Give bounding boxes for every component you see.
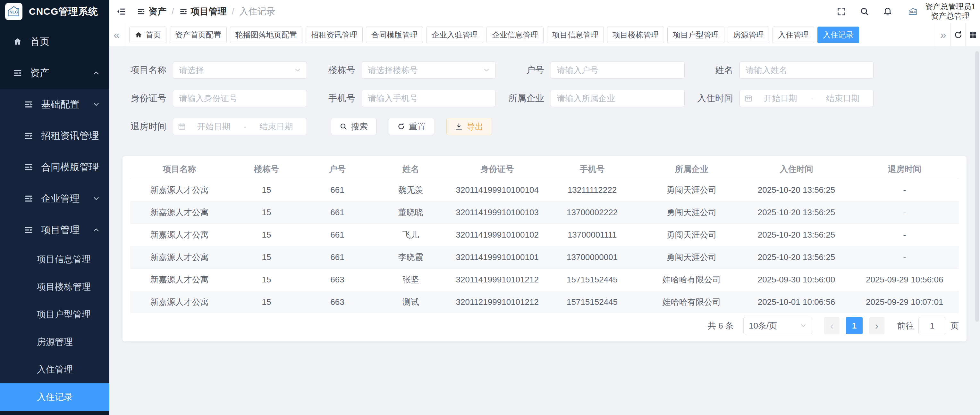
tab-label: 项目信息管理 — [552, 30, 598, 40]
next-page-button[interactable]: › — [869, 317, 885, 334]
fullscreen-icon[interactable] — [837, 7, 846, 16]
cell-company: 勇闯天涯公司 — [641, 179, 743, 201]
cell-project: 新嘉源人才公寓 — [130, 179, 229, 201]
company-input[interactable]: 请输入所属企业 — [550, 90, 685, 107]
page-size-value: 10条/页 — [749, 320, 800, 331]
cell-checkout-time: - — [850, 246, 959, 268]
tab-label: 合同模版管理 — [371, 30, 417, 40]
avatar[interactable] — [905, 3, 921, 20]
tab-enterprise-onboarding-mgmt[interactable]: 企业入驻管理 — [426, 27, 483, 43]
field-label: 所属企业 — [503, 92, 544, 105]
col-header: 身份证号 — [451, 160, 544, 179]
id-card-field: 身份证号 请输入身份证号 — [125, 90, 313, 107]
tab-checkin-records[interactable]: 入住记录 — [818, 27, 859, 43]
tab-asset-home-config[interactable]: 资产首页配置 — [170, 27, 227, 43]
page-1-button[interactable]: 1 — [846, 317, 862, 334]
sidebar-item-label: 入住记录 — [37, 391, 73, 403]
filter-buttons: 搜索 重置 导出 — [331, 118, 492, 135]
cell-name: 张坚 — [371, 268, 451, 291]
unit-no-input[interactable]: 请输入户号 — [550, 62, 685, 79]
menu-icon — [179, 7, 188, 16]
sidebar-item-project-mgmt[interactable]: 项目管理 — [0, 214, 109, 246]
sidebar-item-checkin-records[interactable]: 入住记录 — [0, 383, 109, 411]
sidebar-item-checkin-mgmt[interactable]: 入住管理 — [0, 356, 109, 383]
col-header: 楼栋号 — [229, 160, 304, 179]
tabs-scroll-left-button[interactable]: « — [109, 23, 124, 46]
range-start-placeholder: 开始日期 — [188, 121, 240, 132]
id-card-input[interactable]: 请输入身份证号 — [173, 90, 307, 107]
goto-page-input[interactable]: 1 — [918, 317, 946, 334]
sidebar-item-contract-template-mgmt[interactable]: 合同模版管理 — [0, 152, 109, 183]
tab-home[interactable]: 首页 — [129, 27, 166, 43]
phone-input[interactable]: 请输入手机号 — [362, 90, 496, 107]
sidebar-item-basic-config[interactable]: 基础配置 — [0, 89, 109, 120]
tab-carousel-landing-config[interactable]: 轮播图落地页配置 — [230, 27, 302, 43]
goto-label: 前往 — [897, 320, 914, 331]
scrollbar[interactable] — [975, 51, 979, 322]
tabs-scroll-right-button[interactable]: » — [936, 23, 950, 46]
fold-sidebar-icon[interactable] — [116, 7, 126, 16]
cell-checkin-time: 2025-10-01 10:06:56 — [743, 291, 850, 313]
tab-label: 企业入驻管理 — [432, 30, 478, 40]
prev-page-button[interactable]: ‹ — [824, 317, 840, 334]
breadcrumb-project-mgmt[interactable]: 项目管理 — [179, 5, 227, 17]
refresh-tab-button[interactable] — [950, 23, 965, 46]
cell-unit: 663 — [304, 291, 371, 313]
cell-phone: 13700000001 — [544, 246, 640, 268]
search-icon[interactable] — [860, 7, 869, 16]
building-no-select[interactable]: 请选择楼栋号 — [362, 62, 496, 79]
checkin-time-range[interactable]: 开始日期 - 结束日期 — [740, 90, 873, 107]
sidebar-item-home[interactable]: 首页 — [0, 26, 109, 57]
sidebar-item-rental-info-mgmt[interactable]: 招租资讯管理 — [0, 120, 109, 152]
bell-icon[interactable] — [883, 7, 892, 16]
scroll-right-icon: » — [940, 29, 946, 41]
table-row: 新嘉源人才公寓 15 661 李晓霞 320114199910100101 13… — [130, 246, 959, 268]
user-info[interactable]: 资产总管理员1 资产总管理 — [925, 2, 975, 21]
button-label: 导出 — [466, 121, 483, 132]
sidebar-item-label: 项目户型管理 — [37, 308, 91, 320]
button-label: 重置 — [409, 121, 426, 132]
sidebar-item-project-info-mgmt[interactable]: 项目信息管理 — [0, 246, 109, 273]
tab-enterprise-info-mgmt[interactable]: 企业信息管理 — [487, 27, 544, 43]
button-label: 搜索 — [351, 121, 368, 132]
cell-name: 李晓霞 — [371, 246, 451, 268]
cell-company: 勇闯天涯公司 — [641, 223, 743, 246]
tab-layout-button[interactable] — [965, 23, 980, 46]
project-name-select[interactable]: 请选择 — [173, 62, 307, 79]
checkout-time-range[interactable]: 开始日期 - 结束日期 — [173, 118, 307, 135]
sidebar-item-asset[interactable]: 资产 — [0, 57, 109, 89]
select-placeholder: 请选择 — [179, 65, 294, 76]
tab-list: 首页 资产首页配置 轮播图落地页配置 招租资讯管理 合同模版管理 企业入驻管理 … — [124, 23, 936, 46]
reset-button[interactable]: 重置 — [389, 118, 434, 135]
sidebar-item-enterprise-mgmt[interactable]: 企业管理 — [0, 183, 109, 214]
tab-contract-template-mgmt[interactable]: 合同模版管理 — [366, 27, 423, 43]
user-name: 资产总管理员1 — [925, 2, 975, 11]
pagination: 共 6 条 10条/页 ‹ 1 › 前往 1 页 — [130, 313, 959, 338]
chevron-down-icon — [800, 322, 807, 329]
export-button[interactable]: 导出 — [446, 118, 492, 135]
page-size-select[interactable]: 10条/页 — [743, 317, 812, 334]
cell-checkout-time: - — [850, 201, 959, 223]
table-card: 项目名称 楼栋号 户号 姓名 身份证号 手机号 所属企业 入住时间 退房时间 新… — [123, 156, 967, 341]
breadcrumb-asset[interactable]: 资产 — [137, 5, 166, 17]
app-title: CNCG管理系统 — [29, 5, 98, 18]
tab-project-unit-type-mgmt[interactable]: 项目户型管理 — [667, 27, 724, 43]
input-placeholder: 请输入姓名 — [746, 65, 787, 76]
tab-checkin-mgmt[interactable]: 入住管理 — [773, 27, 814, 43]
name-input[interactable]: 请输入姓名 — [740, 62, 873, 79]
cell-building: 15 — [229, 179, 304, 201]
tab-project-info-mgmt[interactable]: 项目信息管理 — [547, 27, 604, 43]
sidebar-item-project-building-mgmt[interactable]: 项目楼栋管理 — [0, 273, 109, 301]
tab-rental-info-mgmt[interactable]: 招租资讯管理 — [305, 27, 363, 43]
search-button[interactable]: 搜索 — [331, 118, 377, 135]
chevron-down-icon — [93, 101, 100, 108]
tab-housing-mgmt[interactable]: 房源管理 — [728, 27, 769, 43]
home-icon — [13, 37, 22, 46]
chevron-down-icon — [93, 195, 100, 202]
sidebar-item-housing-mgmt[interactable]: 房源管理 — [0, 328, 109, 356]
top-header: 资产 / 项目管理 / 入住记录 资产总管理员1 资产总管理 — [109, 0, 980, 23]
sidebar-item-project-unit-type-mgmt[interactable]: 项目户型管理 — [0, 301, 109, 328]
tab-project-building-mgmt[interactable]: 项目楼栋管理 — [607, 27, 664, 43]
content: 项目名称 请选择 楼栋号 请选择楼栋号 户号 请输入户号 — [109, 47, 980, 415]
cell-company: 勇闯天涯公司 — [641, 201, 743, 223]
